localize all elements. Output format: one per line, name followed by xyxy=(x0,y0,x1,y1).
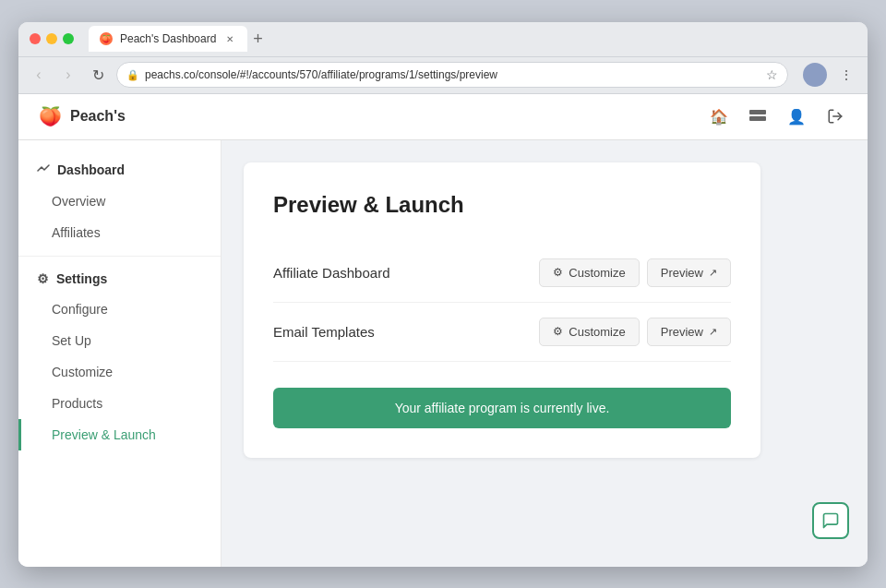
header-actions: 🏠 👤 xyxy=(705,102,849,130)
app-name: Peach's xyxy=(70,108,126,125)
title-bar: 🍑 Peach's Dashboard ✕ + xyxy=(18,22,868,57)
fullscreen-button[interactable] xyxy=(63,33,74,44)
back-button[interactable]: ‹ xyxy=(28,64,50,86)
browser-content: 🍑 Peach's 🏠 👤 xyxy=(18,94,868,567)
new-tab-button[interactable]: + xyxy=(253,30,263,47)
affiliate-customize-button[interactable]: ⚙ Customize xyxy=(539,258,639,287)
traffic-lights xyxy=(30,33,74,44)
overview-label: Overview xyxy=(52,194,105,209)
main-content: Dashboard Overview Affiliates ⚙ Settings xyxy=(18,140,868,567)
menu-icon[interactable]: ⋮ xyxy=(834,63,858,87)
external-link-icon: ↗ xyxy=(709,267,717,279)
active-tab[interactable]: 🍑 Peach's Dashboard ✕ xyxy=(89,26,247,52)
email-templates-actions: ⚙ Customize Preview ↗ xyxy=(539,318,731,346)
sidebar-item-configure[interactable]: Configure xyxy=(18,294,221,325)
tab-close-button[interactable]: ✕ xyxy=(223,32,236,45)
page-content: Preview & Launch Affiliate Dashboard ⚙ C… xyxy=(222,140,868,567)
sidebar-item-overview[interactable]: Overview xyxy=(18,186,221,217)
content-card: Preview & Launch Affiliate Dashboard ⚙ C… xyxy=(244,162,760,458)
sidebar-section-dashboard[interactable]: Dashboard xyxy=(18,155,221,186)
sidebar-item-preview-launch[interactable]: Preview & Launch xyxy=(18,419,221,450)
app-container: 🍑 Peach's 🏠 👤 xyxy=(18,94,868,567)
app-header: 🍑 Peach's 🏠 👤 xyxy=(18,94,868,140)
settings-label: Settings xyxy=(56,271,107,286)
live-message: Your affiliate program is currently live… xyxy=(395,401,610,415)
sidebar-item-setup[interactable]: Set Up xyxy=(18,325,221,356)
lock-icon: 🔒 xyxy=(126,69,139,81)
reload-button[interactable]: ↻ xyxy=(87,64,109,86)
setup-label: Set Up xyxy=(52,333,91,348)
customize-nav-label: Customize xyxy=(52,365,113,379)
svg-rect-1 xyxy=(749,116,766,121)
tab-favicon: 🍑 xyxy=(100,32,113,45)
customize-btn-label: Customize xyxy=(569,266,625,280)
email-preview-btn-label: Preview xyxy=(661,325,703,339)
address-bar: ‹ › ↻ 🔒 peachs.co/console/#!/accounts/57… xyxy=(18,57,868,94)
preview-btn-label: Preview xyxy=(661,266,703,280)
external-link-icon-2: ↗ xyxy=(709,326,717,338)
app-logo: 🍑 Peach's xyxy=(37,103,126,129)
dashboard-label: Dashboard xyxy=(57,162,125,177)
email-templates-label: Email Templates xyxy=(273,324,375,340)
url-bar[interactable]: 🔒 peachs.co/console/#!/accounts/570/affi… xyxy=(116,62,788,88)
configure-label: Configure xyxy=(52,302,108,317)
url-text: peachs.co/console/#!/accounts/570/affili… xyxy=(145,68,760,81)
sidebar-item-products[interactable]: Products xyxy=(18,388,221,419)
cards-icon[interactable] xyxy=(744,102,772,130)
tab-bar: 🍑 Peach's Dashboard ✕ + xyxy=(89,26,856,52)
page-title: Preview & Launch xyxy=(273,192,731,218)
affiliate-dashboard-label: Affiliate Dashboard xyxy=(273,265,389,281)
products-label: Products xyxy=(52,396,102,411)
affiliate-dashboard-actions: ⚙ Customize Preview ↗ xyxy=(539,258,731,287)
bookmark-icon[interactable]: ☆ xyxy=(766,67,778,82)
live-banner: Your affiliate program is currently live… xyxy=(273,388,731,428)
email-customize-btn-label: Customize xyxy=(569,325,625,339)
profile-icon[interactable] xyxy=(803,63,827,87)
sidebar-divider xyxy=(18,256,221,257)
affiliates-label: Affiliates xyxy=(52,225,101,240)
sidebar-item-affiliates[interactable]: Affiliates xyxy=(18,217,221,248)
peach-icon: 🍑 xyxy=(37,103,63,129)
dashboard-icon xyxy=(37,162,50,178)
affiliate-dashboard-row: Affiliate Dashboard ⚙ Customize Preview … xyxy=(273,244,731,303)
browser-toolbar: ⋮ xyxy=(803,63,858,87)
gear-icon: ⚙ xyxy=(553,266,563,279)
email-templates-row: Email Templates ⚙ Customize Preview ↗ xyxy=(273,303,731,362)
person-icon[interactable]: 👤 xyxy=(783,102,810,130)
settings-icon: ⚙ xyxy=(37,271,49,286)
chat-button[interactable] xyxy=(812,502,849,539)
email-preview-button[interactable]: Preview ↗ xyxy=(647,318,731,346)
svg-rect-0 xyxy=(749,110,766,114)
logout-icon[interactable] xyxy=(821,102,849,130)
close-button[interactable] xyxy=(30,33,41,44)
affiliate-preview-button[interactable]: Preview ↗ xyxy=(647,258,731,287)
email-customize-button[interactable]: ⚙ Customize xyxy=(539,318,639,346)
forward-button[interactable]: › xyxy=(57,64,79,86)
sidebar-item-customize[interactable]: Customize xyxy=(18,356,221,388)
gear-icon-2: ⚙ xyxy=(553,325,563,338)
tab-title: Peach's Dashboard xyxy=(120,32,216,45)
minimize-button[interactable] xyxy=(46,33,57,44)
preview-launch-nav-label: Preview & Launch xyxy=(52,427,156,442)
sidebar-section-settings[interactable]: ⚙ Settings xyxy=(18,264,221,294)
sidebar: Dashboard Overview Affiliates ⚙ Settings xyxy=(18,140,222,567)
home-icon[interactable]: 🏠 xyxy=(705,102,733,130)
